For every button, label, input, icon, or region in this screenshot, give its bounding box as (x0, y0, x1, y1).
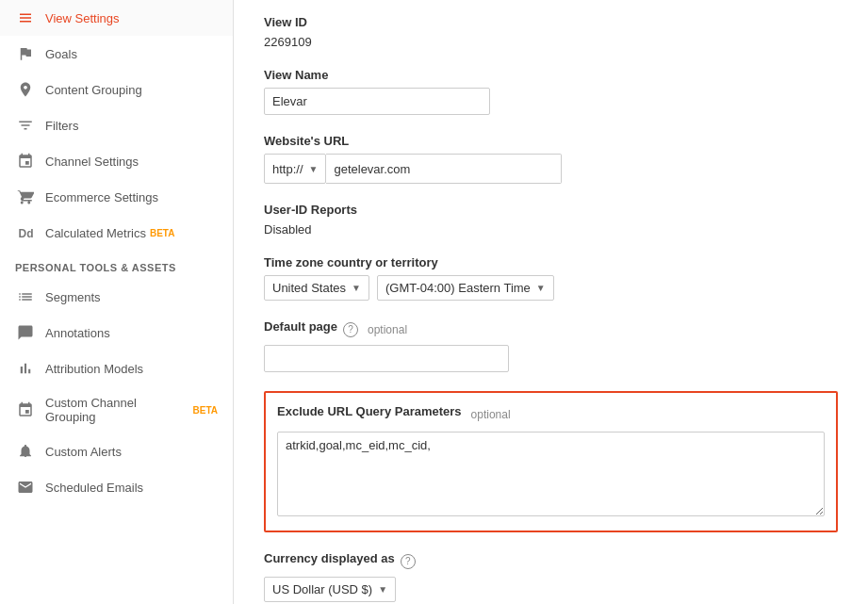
sidebar-item-label: View Settings (45, 11, 120, 25)
currency-label: Currency displayed as (264, 551, 395, 565)
timezone-country-dropdown[interactable]: United States ▼ (264, 275, 369, 301)
user-id-group: User-ID Reports Disabled (264, 203, 838, 237)
view-name-label: View Name (264, 68, 838, 82)
timezone-zone-dropdown[interactable]: (GMT-04:00) Eastern Time ▼ (377, 275, 554, 301)
timezone-label: Time zone country or territory (264, 255, 838, 269)
currency-dropdown[interactable]: US Dollar (USD $) ▼ (264, 577, 396, 602)
sidebar-item-label: Segments (45, 290, 101, 304)
content-icon (15, 81, 36, 98)
exclude-optional: optional (471, 408, 511, 421)
ecommerce-icon (15, 188, 36, 205)
url-row: http:// ▼ (264, 154, 838, 184)
currency-group: Currency displayed as ? US Dollar (USD $… (264, 551, 838, 602)
website-url-label: Website's URL (264, 134, 838, 148)
sidebar-item-segments[interactable]: Segments (0, 279, 233, 315)
view-id-group: View ID 2269109 (264, 15, 838, 49)
exclude-label-row: Exclude URL Query Parameters optional (277, 404, 825, 424)
question-icon[interactable]: ? (343, 322, 358, 337)
main-content: View ID 2269109 View Name Website's URL … (234, 0, 868, 604)
url-domain-input[interactable] (326, 154, 562, 184)
default-page-input[interactable] (264, 345, 509, 372)
exclude-label: Exclude URL Query Parameters (277, 404, 462, 418)
sidebar-item-label: Scheduled Emails (45, 481, 143, 495)
user-id-value: Disabled (264, 222, 838, 237)
sidebar-item-filters[interactable]: Filters (0, 107, 233, 143)
sidebar-item-label: Content Grouping (45, 83, 142, 97)
svg-text:Dd: Dd (19, 227, 34, 240)
sidebar-item-attribution-models[interactable]: Attribution Models (0, 351, 233, 386)
timezone-country-value: United States (272, 281, 346, 295)
sidebar-item-view-settings[interactable]: View Settings (0, 0, 233, 36)
view-id-value: 2269109 (264, 35, 838, 49)
sidebar-item-label: Calculated Metrics (45, 226, 146, 240)
timezone-dropdowns: United States ▼ (GMT-04:00) Eastern Time… (264, 275, 838, 301)
calculated-icon: Dd (15, 224, 36, 241)
default-page-label: Default page (264, 319, 337, 334)
sidebar-item-custom-channel-grouping[interactable]: Custom Channel Grouping BETA (0, 386, 233, 433)
sidebar-item-label: Custom Alerts (45, 445, 122, 459)
currency-label-row: Currency displayed as ? (264, 551, 838, 571)
default-page-label-row: Default page ? optional (264, 319, 838, 339)
sidebar-item-goals[interactable]: Goals (0, 36, 233, 72)
website-url-group: Website's URL http:// ▼ (264, 134, 838, 184)
sidebar-item-label: Goals (45, 47, 77, 61)
chevron-down-icon: ▼ (536, 283, 546, 293)
sidebar-item-content-grouping[interactable]: Content Grouping (0, 72, 233, 107)
sidebar-item-scheduled-emails[interactable]: Scheduled Emails (0, 469, 233, 505)
sidebar-item-custom-alerts[interactable]: Custom Alerts (0, 433, 233, 469)
exclude-url-box: Exclude URL Query Parameters optional at… (264, 391, 838, 532)
sidebar-item-annotations[interactable]: Annotations (0, 315, 233, 351)
sidebar-item-ecommerce-settings[interactable]: Ecommerce Settings (0, 179, 233, 215)
view-name-group: View Name (264, 68, 838, 115)
sidebar-item-label: Filters (45, 119, 78, 133)
attribution-icon (15, 360, 36, 377)
custom-channel-icon (15, 401, 36, 418)
chevron-down-icon: ▼ (378, 584, 387, 595)
currency-value: US Dollar (USD $) (272, 582, 372, 596)
alerts-icon (15, 443, 36, 460)
settings-icon (15, 9, 36, 26)
currency-question-icon[interactable]: ? (401, 554, 416, 569)
view-name-input[interactable] (264, 88, 490, 115)
personal-tools-header: PERSONAL TOOLS & ASSETS (0, 251, 233, 279)
email-icon (15, 479, 36, 496)
sidebar-item-channel-settings[interactable]: Channel Settings (0, 143, 233, 179)
beta-badge: BETA (150, 228, 174, 238)
sidebar: View Settings Goals Content Grouping Fil… (0, 0, 234, 604)
sidebar-item-label: Channel Settings (45, 155, 139, 169)
user-id-label: User-ID Reports (264, 203, 838, 217)
chevron-down-icon: ▼ (352, 283, 361, 293)
view-id-label: View ID (264, 15, 838, 29)
sidebar-item-calculated-metrics[interactable]: Dd Calculated Metrics BETA (0, 215, 233, 251)
chevron-down-icon: ▼ (309, 164, 319, 174)
flag-icon (15, 45, 36, 62)
segments-icon (15, 288, 36, 305)
url-protocol-dropdown[interactable]: http:// ▼ (264, 154, 326, 184)
beta-badge-channel: BETA (193, 405, 218, 416)
sidebar-item-label: Custom Channel Grouping (45, 396, 189, 424)
exclude-textarea[interactable]: atrkid,goal,mc_eid,mc_cid, (277, 432, 825, 516)
timezone-group: Time zone country or territory United St… (264, 255, 838, 301)
channel-icon (15, 153, 36, 170)
default-page-optional: optional (368, 323, 407, 336)
sidebar-item-label: Annotations (45, 326, 110, 340)
sidebar-item-label: Ecommerce Settings (45, 190, 158, 204)
timezone-zone-value: (GMT-04:00) Eastern Time (385, 281, 531, 295)
filter-icon (15, 117, 36, 134)
default-page-group: Default page ? optional (264, 319, 838, 372)
annotations-icon (15, 324, 36, 341)
url-protocol-value: http:// (272, 162, 303, 176)
sidebar-item-label: Attribution Models (45, 362, 143, 376)
